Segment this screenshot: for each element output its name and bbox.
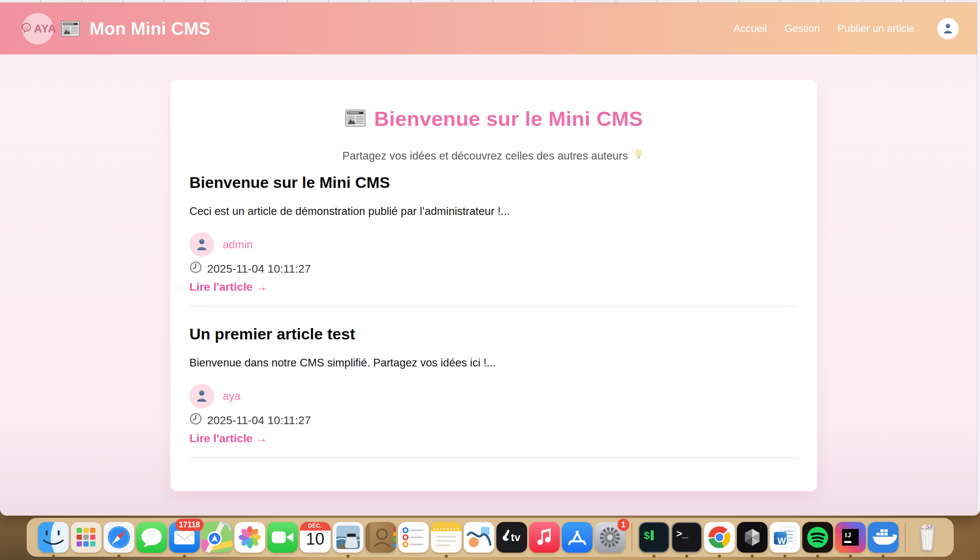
- settings-badge: 1: [617, 518, 629, 531]
- clock-icon: [189, 412, 202, 428]
- dock-messages-icon[interactable]: [136, 522, 167, 553]
- appletv-label: tv: [511, 531, 520, 543]
- dock-unity-icon[interactable]: [737, 522, 768, 553]
- article-date-text: 2025-11-04 10:11:27: [207, 262, 311, 275]
- article-item: Un premier article test Bienvenue dans n…: [189, 325, 798, 458]
- user-avatar[interactable]: [937, 18, 958, 39]
- dock-finder-icon[interactable]: [38, 522, 69, 553]
- person-bust-icon: [194, 388, 209, 405]
- iterm-prompt-label: $: [644, 530, 650, 542]
- dock-music-icon[interactable]: [529, 522, 560, 553]
- main-nav: Accueil Gestion Publier un article: [734, 18, 958, 39]
- article-date-text: 2025-11-04 10:11:27: [207, 414, 311, 427]
- dock-preview-icon[interactable]: [333, 522, 363, 553]
- avatar: [189, 384, 214, 408]
- site-header: AYA Mon Mini CMS Accueil Gestion Publier…: [0, 3, 980, 54]
- aya-face-icon: [19, 21, 33, 37]
- site-logo[interactable]: AYA Mon Mini CMS: [22, 13, 211, 44]
- dock-reminders-icon[interactable]: [398, 522, 429, 553]
- word-label: W: [778, 536, 786, 546]
- page-title-text: Bienvenue sur le Mini CMS: [374, 107, 643, 130]
- page-subtitle: Partagez vos idées et découvrez celles d…: [189, 148, 798, 164]
- dock-appstore-icon[interactable]: [562, 522, 592, 553]
- article-date: 2025-11-04 10:11:27: [189, 261, 798, 276]
- article-author: aya: [189, 384, 798, 408]
- dock-contacts-icon[interactable]: [365, 522, 396, 553]
- dock-iterm-icon[interactable]: $: [639, 522, 669, 553]
- person-bust-icon: [194, 236, 209, 253]
- dock-safari-icon[interactable]: [104, 522, 134, 553]
- article-title: Bienvenue sur le Mini CMS: [189, 173, 798, 192]
- article-excerpt: Ceci est un article de démonstration pub…: [189, 205, 798, 218]
- dock-trash-icon[interactable]: [912, 522, 943, 553]
- nav-accueil[interactable]: Accueil: [734, 23, 767, 35]
- site-title: Mon Mini CMS: [90, 18, 211, 39]
- article-item: Bienvenue sur le Mini CMS Ceci est un ar…: [189, 173, 798, 307]
- aya-logo-text: AYA: [34, 22, 57, 35]
- article-author: admin: [189, 232, 798, 257]
- terminal-prompt-label: >_: [676, 528, 688, 540]
- nav-publier[interactable]: Publier un article: [837, 23, 915, 35]
- clock-icon: [189, 261, 202, 276]
- dock-launchpad-icon[interactable]: [71, 522, 102, 553]
- author-name: admin: [223, 238, 253, 251]
- article-date: 2025-11-04 10:11:27: [189, 412, 798, 428]
- dock-word-icon[interactable]: W: [769, 522, 800, 553]
- author-name: aya: [223, 390, 241, 402]
- intellij-label: IJ: [845, 531, 852, 539]
- dock-chrome-icon[interactable]: [704, 522, 735, 553]
- dock-spotify-icon[interactable]: [802, 522, 833, 553]
- dock-separator: [905, 523, 905, 552]
- browser-tab-strip[interactable]: [0, 0, 980, 3]
- newspaper-icon: [345, 107, 366, 130]
- content-card: Bienvenue sur le Mini CMS Partagez vos i…: [171, 80, 817, 491]
- browser-window: AYA Mon Mini CMS Accueil Gestion Publier…: [0, 0, 980, 516]
- dock-intellij-icon[interactable]: IJ: [835, 522, 866, 553]
- article-excerpt: Bienvenue dans notre CMS simplifié. Part…: [189, 357, 798, 369]
- dock-separator: [632, 523, 632, 552]
- dock-mail-icon[interactable]: 17118: [169, 522, 200, 553]
- avatar: [189, 232, 214, 257]
- cursor-block: [651, 530, 654, 540]
- read-article-link[interactable]: Lire l'article →: [189, 280, 267, 293]
- calendar-day-label: 10: [300, 529, 331, 548]
- page-subtitle-text: Partagez vos idées et découvrez celles d…: [342, 150, 628, 162]
- aya-logo-badge: AYA: [22, 13, 54, 44]
- page-title: Bienvenue sur le Mini CMS: [189, 107, 798, 130]
- article-title: Un premier article test: [189, 325, 798, 343]
- lightbulb-icon: [632, 148, 646, 164]
- dock-appletv-icon[interactable]: tv: [496, 522, 527, 553]
- dock-terminal-icon[interactable]: >_: [671, 522, 702, 553]
- dock-photos-icon[interactable]: [234, 522, 265, 553]
- scrollbar[interactable]: [977, 2, 980, 516]
- newspaper-icon: [61, 19, 80, 38]
- read-article-link[interactable]: Lire l'article →: [189, 432, 267, 445]
- dock-calendar-icon[interactable]: DÉC. 10: [300, 522, 331, 553]
- dock-facetime-icon[interactable]: [267, 522, 298, 553]
- person-bust-icon: [941, 22, 955, 36]
- dock: 17118 DÉC. 10 tv 1: [27, 518, 953, 557]
- dock-settings-icon[interactable]: 1: [595, 522, 625, 553]
- dock-maps-icon[interactable]: [202, 522, 232, 553]
- dock-docker-icon[interactable]: [868, 522, 898, 553]
- nav-gestion[interactable]: Gestion: [784, 23, 820, 35]
- dock-notes-icon[interactable]: [431, 522, 462, 553]
- dock-freeform-icon[interactable]: [463, 522, 494, 553]
- mail-badge: 17118: [176, 518, 204, 531]
- calendar-month-label: DÉC.: [300, 523, 331, 529]
